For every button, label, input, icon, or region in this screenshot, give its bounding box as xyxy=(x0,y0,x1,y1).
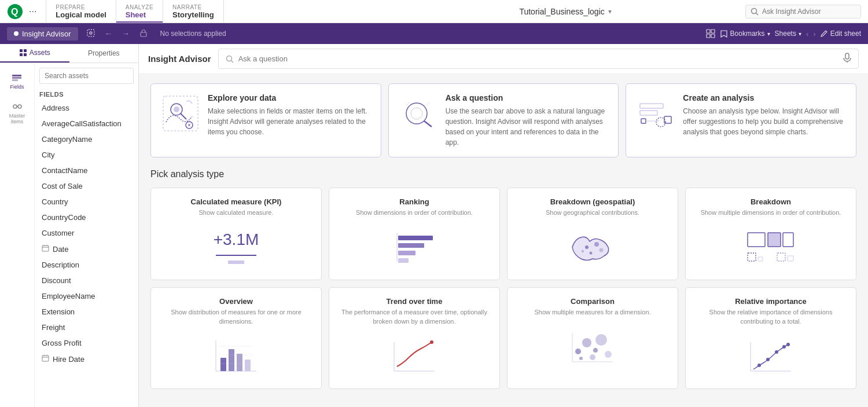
field-label: CountryCode xyxy=(42,213,86,222)
grid-button[interactable] xyxy=(706,29,715,38)
app-title: Tutorial_Business_logic xyxy=(519,7,604,16)
sidebar-item-fields[interactable]: Fields xyxy=(8,68,26,94)
field-item-hire-date[interactable]: Hire Date xyxy=(35,351,138,367)
properties-tab-label: Properties xyxy=(88,49,120,57)
logo-area: Q ··· xyxy=(0,0,46,23)
svg-rect-60 xyxy=(768,233,781,247)
svg-rect-17 xyxy=(12,79,18,81)
prepare-label: Prepare xyxy=(56,4,85,10)
field-item-employee-name[interactable]: EmployeeName xyxy=(35,288,138,304)
analysis-card-trend[interactable]: Trend over time The performance of a mea… xyxy=(329,287,500,389)
back-icon[interactable]: ← xyxy=(101,27,116,41)
edit-label: Edit sheet xyxy=(830,30,861,38)
nav-section-prepare[interactable]: Prepare Logical model xyxy=(46,0,116,23)
analysis-card-comparison[interactable]: Comparison Show multiple measures for a … xyxy=(507,287,678,389)
analysis-card-kpi[interactable]: Calculated measure (KPI) Show calculated… xyxy=(150,188,322,280)
field-item-category[interactable]: CategoryName xyxy=(35,131,138,147)
svg-point-91 xyxy=(775,350,778,354)
analysis-card-relative[interactable]: Relative importance Show the relative im… xyxy=(685,287,856,389)
field-item-contact[interactable]: ContactName xyxy=(35,163,138,178)
svg-point-35 xyxy=(174,107,179,112)
right-toolbar: Bookmarks ▾ Sheets ▾ ‹ › Edit sheet xyxy=(706,29,861,38)
divider-left: ‹ xyxy=(806,30,808,38)
explore-text: Explore your data Make selections in fie… xyxy=(208,93,372,137)
create-icon xyxy=(635,93,676,135)
ask-icon xyxy=(398,93,439,135)
assets-icon xyxy=(19,49,27,57)
field-item-date[interactable]: Date xyxy=(35,241,138,257)
field-label: AverageCallSatisfaction xyxy=(42,119,122,128)
insight-search-input[interactable] xyxy=(762,8,843,16)
tab-properties[interactable]: Properties xyxy=(69,44,139,63)
edit-sheet-button[interactable]: Edit sheet xyxy=(821,30,861,38)
relative-visual xyxy=(695,333,847,379)
bookmarks-button[interactable]: Bookmarks ▾ xyxy=(720,30,770,38)
field-item-avg-call[interactable]: AverageCallSatisfaction xyxy=(35,116,138,131)
question-input[interactable] xyxy=(238,54,838,63)
title-chevron[interactable]: ▾ xyxy=(608,8,612,16)
create-title: Create an analysis xyxy=(683,93,847,102)
overview-description: Show distribution of measures for one or… xyxy=(160,308,312,326)
field-item-country-code[interactable]: CountryCode xyxy=(35,210,138,225)
svg-rect-7 xyxy=(707,30,710,33)
question-bar[interactable] xyxy=(218,49,859,69)
field-item-discount[interactable]: Discount xyxy=(35,273,138,288)
nav-sections: Prepare Logical model Analyze Sheet Narr… xyxy=(46,0,392,23)
field-item-cost-of-sale[interactable]: Cost of Sale xyxy=(35,178,138,194)
insight-search-box[interactable] xyxy=(745,5,861,19)
svg-rect-43 xyxy=(640,104,663,108)
svg-point-18 xyxy=(13,105,17,108)
nav-section-narrate[interactable]: Narrate Storytelling xyxy=(163,0,224,23)
lasso-icon[interactable] xyxy=(83,26,99,42)
forward-icon[interactable]: → xyxy=(119,27,134,41)
svg-point-93 xyxy=(786,343,790,346)
left-content: Fields Master items Fields AddressA xyxy=(0,63,138,407)
field-item-extension[interactable]: Extension xyxy=(35,304,138,320)
lock-icon[interactable] xyxy=(136,27,151,41)
svg-point-84 xyxy=(590,354,595,360)
second-toolbar: Insight Advisor ← → No selections applie… xyxy=(0,23,868,44)
field-label: Customer xyxy=(42,229,74,237)
field-item-city[interactable]: City xyxy=(35,147,138,163)
analysis-card-breakdown[interactable]: Breakdown Show multiple dimensions in or… xyxy=(685,188,856,280)
breakdown-geo-description: Show geographical contributions. xyxy=(546,208,639,217)
field-item-freight[interactable]: Freight xyxy=(35,320,138,335)
svg-rect-6 xyxy=(141,32,146,36)
svg-rect-64 xyxy=(777,253,785,261)
field-label: Gross Profit xyxy=(42,339,82,347)
link-icon xyxy=(12,101,23,112)
comparison-description: Show multiple measures for a dimension. xyxy=(534,308,650,317)
left-tabs: Assets Properties xyxy=(0,44,138,63)
sheets-button[interactable]: Sheets ▾ xyxy=(775,30,801,38)
search-assets-input[interactable] xyxy=(39,68,134,84)
analysis-card-ranking[interactable]: Ranking Show dimensions in order of cont… xyxy=(329,188,500,280)
tab-assets[interactable]: Assets xyxy=(0,44,69,63)
bookmarks-label: Bookmarks xyxy=(730,30,765,38)
svg-point-83 xyxy=(579,357,583,360)
sidebar-item-master-items[interactable]: Master items xyxy=(0,97,34,129)
ask-text: Ask a question Use the search bar above … xyxy=(446,93,609,148)
field-item-customer[interactable]: Customer xyxy=(35,225,138,241)
qlik-logo: Q xyxy=(7,3,23,20)
svg-point-54 xyxy=(585,245,589,249)
nav-section-analyze[interactable]: Analyze Sheet xyxy=(116,0,163,23)
mic-icon[interactable] xyxy=(843,53,851,65)
no-selections-text: No selections applied xyxy=(160,30,226,38)
field-item-address[interactable]: Address xyxy=(35,100,138,116)
dots-menu[interactable]: ··· xyxy=(27,6,39,17)
analysis-card-overview[interactable]: Overview Show distribution of measures f… xyxy=(150,287,322,389)
field-label: CategoryName xyxy=(42,135,92,144)
kpi-title: Calculated measure (KPI) xyxy=(191,197,282,206)
insight-advisor-button[interactable]: Insight Advisor xyxy=(7,27,78,41)
svg-point-41 xyxy=(411,108,422,119)
info-cards: Explore your data Make selections in fie… xyxy=(150,83,856,157)
field-item-description[interactable]: Description xyxy=(35,257,138,273)
field-item-gross-profit[interactable]: Gross Profit xyxy=(35,335,138,351)
field-item-country[interactable]: Country xyxy=(35,194,138,210)
analysis-card-breakdown-geo[interactable]: Breakdown (geospatial) Show geographical… xyxy=(507,188,678,280)
svg-rect-14 xyxy=(24,53,27,56)
ask-description: Use the search bar above to ask a natura… xyxy=(446,106,609,148)
field-label: EmployeeName xyxy=(42,292,95,300)
nav-title-area: Tutorial_Business_logic ▾ xyxy=(392,0,738,23)
analyze-label: Analyze xyxy=(126,4,153,10)
